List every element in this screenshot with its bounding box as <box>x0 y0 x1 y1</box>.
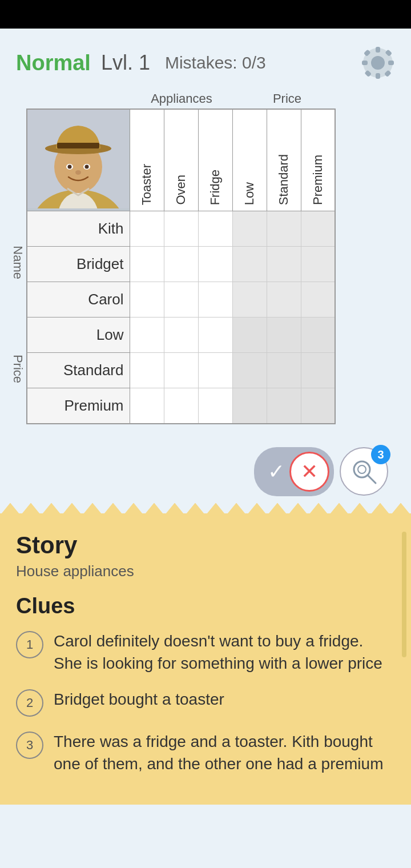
table-row-premium: Premium <box>27 388 335 424</box>
clue-item-2: 2 Bridget bought a toaster <box>16 688 395 717</box>
clue-text-2: Bridget bought a toaster <box>54 688 395 710</box>
cell-bridget-standard <box>267 247 301 282</box>
svg-point-20 <box>85 165 89 169</box>
header-row: Toaster Oven Fridge Low Standard Premium <box>27 109 335 211</box>
clue-item-1: 1 Carol definitely doesn't want to buy a… <box>16 630 395 674</box>
row-label-kith: Kith <box>27 211 130 247</box>
x-icon: ✕ <box>301 460 318 484</box>
clue-number-2: 2 <box>16 689 43 717</box>
level-label: Lvl. 1 <box>101 51 150 75</box>
col-header-low[interactable]: Low <box>232 109 267 211</box>
cell-kith-low <box>232 211 267 247</box>
cell-premium-standard <box>267 388 301 424</box>
svg-point-21 <box>75 170 81 175</box>
clue-text-3: There was a fridge and a toaster. Kith b… <box>54 730 395 775</box>
difficulty-label: Normal <box>16 51 91 75</box>
hint-badge: 3 <box>371 445 390 464</box>
cell-standard-standard <box>267 353 301 388</box>
table-row-bridget: Bridget <box>27 247 335 282</box>
x-button[interactable]: ✕ <box>289 452 329 492</box>
col-header-standard[interactable]: Standard <box>267 109 301 211</box>
cell-premium-low <box>232 388 267 424</box>
cell-kith-standard <box>267 211 301 247</box>
row-label-carol: Carol <box>27 282 130 318</box>
cell-low-premium <box>301 318 335 353</box>
cell-premium-toaster[interactable] <box>130 388 164 424</box>
col-header-fridge[interactable]: Fridge <box>198 109 232 211</box>
clue-number-1: 1 <box>16 631 43 658</box>
cell-carol-oven[interactable] <box>164 282 198 318</box>
cell-carol-premium <box>301 282 335 318</box>
cell-premium-premium <box>301 388 335 424</box>
svg-rect-16 <box>57 143 99 148</box>
story-section: Story House appliances Clues 1 Carol def… <box>0 513 411 805</box>
cell-carol-standard <box>267 282 301 318</box>
svg-rect-3 <box>376 73 380 79</box>
status-bar <box>0 0 411 29</box>
cell-premium-oven[interactable] <box>164 388 198 424</box>
clues-title: Clues <box>16 594 395 618</box>
header: Normal Lvl. 1 Mistakes: 0/3 <box>0 29 411 91</box>
axis-label-price: Price <box>10 316 25 422</box>
puzzle-area: Appliances Price Name Price <box>0 91 411 430</box>
check-icon: ✓ <box>268 460 285 484</box>
cell-low-toaster[interactable] <box>130 318 164 353</box>
avatar-cell <box>27 109 130 211</box>
table-row-kith: Kith <box>27 211 335 247</box>
axis-label-name: Name <box>10 210 25 316</box>
cell-standard-oven[interactable] <box>164 353 198 388</box>
svg-rect-2 <box>376 47 380 53</box>
check-toggle[interactable]: ✓ ✕ <box>254 447 334 496</box>
table-row-low: Low <box>27 318 335 353</box>
cell-bridget-toaster[interactable] <box>130 247 164 282</box>
svg-point-23 <box>358 465 366 473</box>
cell-kith-toaster[interactable] <box>130 211 164 247</box>
cell-standard-premium <box>301 353 335 388</box>
col-header-toaster[interactable]: Toaster <box>130 109 164 211</box>
mistakes-label: Mistakes: 0/3 <box>165 53 266 73</box>
cell-bridget-oven[interactable] <box>164 247 198 282</box>
table-row-standard: Standard <box>27 353 335 388</box>
controls-area: ✓ ✕ 3 <box>0 430 411 513</box>
clue-text-1: Carol definitely doesn't want to buy a f… <box>54 630 395 674</box>
top-category-price: Price <box>236 91 339 106</box>
settings-button[interactable] <box>361 46 395 80</box>
cell-bridget-fridge[interactable] <box>198 247 232 282</box>
cell-kith-oven[interactable] <box>164 211 198 247</box>
svg-rect-5 <box>388 61 394 65</box>
clue-number-3: 3 <box>16 732 43 759</box>
row-label-premium: Premium <box>27 388 130 424</box>
col-header-premium[interactable]: Premium <box>301 109 335 211</box>
row-label-low: Low <box>27 318 130 353</box>
story-title: Story <box>16 532 395 559</box>
cell-low-oven[interactable] <box>164 318 198 353</box>
cell-bridget-low <box>232 247 267 282</box>
cell-carol-toaster[interactable] <box>130 282 164 318</box>
cell-standard-fridge[interactable] <box>198 353 232 388</box>
scroll-bar[interactable] <box>402 532 406 657</box>
cell-bridget-premium <box>301 247 335 282</box>
svg-point-1 <box>371 56 385 70</box>
svg-point-18 <box>68 165 72 169</box>
table-row-carol: Carol <box>27 282 335 318</box>
cell-carol-fridge[interactable] <box>198 282 232 318</box>
top-category-appliances: Appliances <box>127 91 236 106</box>
hint-button[interactable]: 3 <box>340 447 388 496</box>
col-header-oven[interactable]: Oven <box>164 109 198 211</box>
story-subtitle: House appliances <box>16 562 395 580</box>
row-label-standard: Standard <box>27 353 130 388</box>
cell-kith-fridge[interactable] <box>198 211 232 247</box>
cell-low-low <box>232 318 267 353</box>
cell-premium-fridge[interactable] <box>198 388 232 424</box>
cell-standard-low <box>232 353 267 388</box>
clue-item-3: 3 There was a fridge and a toaster. Kith… <box>16 730 395 775</box>
cell-carol-low <box>232 282 267 318</box>
logic-grid: Toaster Oven Fridge Low Standard Premium <box>26 108 336 424</box>
cell-standard-toaster[interactable] <box>130 353 164 388</box>
cell-low-standard <box>267 318 301 353</box>
svg-line-24 <box>368 475 376 483</box>
cell-low-fridge[interactable] <box>198 318 232 353</box>
svg-rect-4 <box>362 61 368 65</box>
magnifier-icon <box>350 458 378 485</box>
cell-kith-premium <box>301 211 335 247</box>
